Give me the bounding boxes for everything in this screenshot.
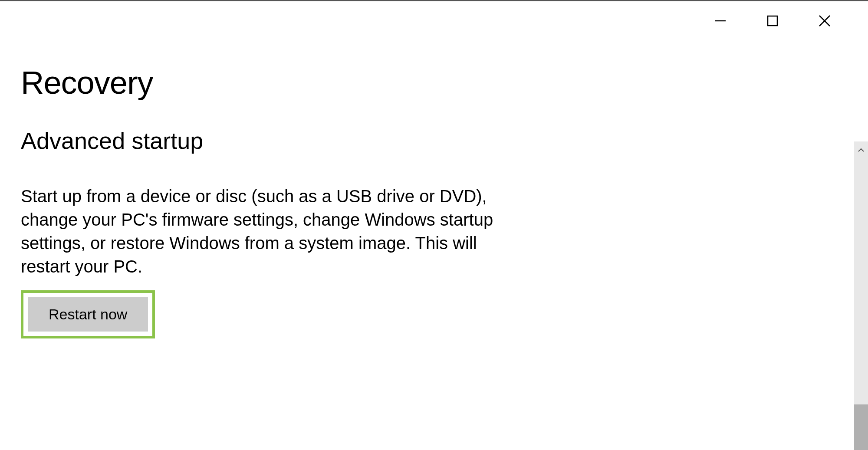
- scrollbar-thumb[interactable]: [854, 404, 868, 450]
- maximize-button[interactable]: [746, 3, 799, 38]
- svg-rect-1: [768, 16, 777, 26]
- content-area: Recovery Advanced startup Start up from …: [0, 1, 638, 338]
- window-controls: [694, 1, 868, 40]
- chevron-up-icon: [858, 148, 865, 152]
- section-title: Advanced startup: [21, 127, 617, 154]
- restart-now-button[interactable]: Restart now: [28, 297, 148, 332]
- page-title: Recovery: [21, 64, 617, 101]
- scrollbar-up-button[interactable]: [854, 141, 868, 159]
- button-highlight: Restart now: [21, 290, 155, 338]
- section-description: Start up from a device or disc (such as …: [21, 184, 516, 278]
- close-button[interactable]: [799, 3, 851, 38]
- minimize-icon: [714, 15, 727, 27]
- maximize-icon: [767, 15, 778, 26]
- minimize-button[interactable]: [694, 3, 746, 38]
- scrollbar-track[interactable]: [854, 141, 868, 450]
- vertical-scrollbar: [854, 5, 868, 450]
- close-icon: [818, 14, 831, 27]
